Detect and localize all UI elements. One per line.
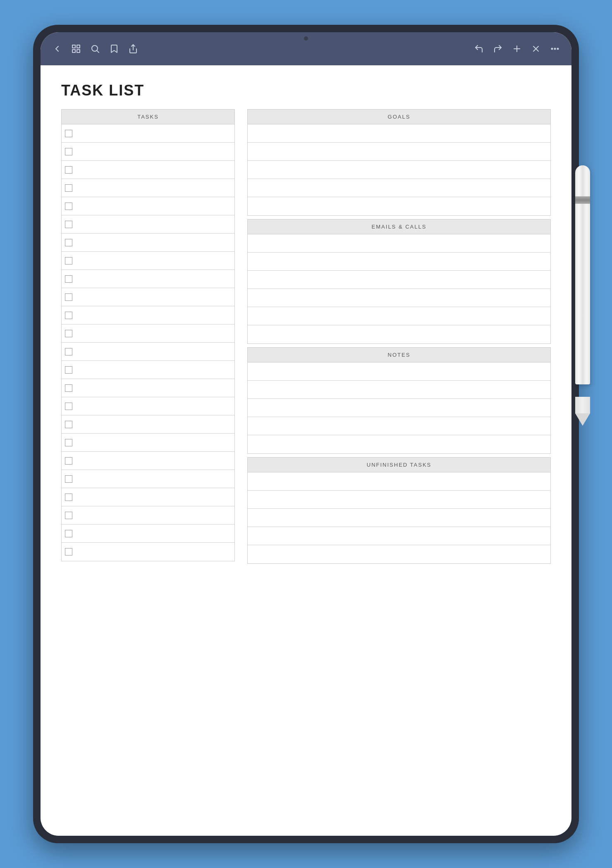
unfinished-tasks-header: UNFINISHED TASKS	[247, 457, 551, 472]
table-row	[62, 452, 234, 470]
list-item	[248, 234, 550, 253]
task-checkbox[interactable]	[65, 530, 72, 537]
table-row	[62, 234, 234, 252]
tasks-header: TASKS	[61, 109, 235, 124]
task-checkbox[interactable]	[65, 221, 72, 228]
table-row	[62, 161, 234, 179]
tasks-column: TASKS	[61, 109, 235, 823]
list-item	[248, 509, 550, 527]
list-item	[248, 399, 550, 417]
table-row	[62, 288, 234, 306]
list-item	[248, 362, 550, 381]
bookmark-icon[interactable]	[109, 44, 119, 54]
task-checkbox[interactable]	[65, 257, 72, 265]
right-column: GOALS EMAILS & CALLS	[247, 109, 551, 823]
grid-icon[interactable]	[71, 44, 81, 54]
content-area: TASK LIST TASKS	[41, 65, 571, 836]
ipad-frame: TASK LIST TASKS	[33, 25, 579, 843]
close-icon[interactable]	[531, 44, 541, 54]
table-row	[62, 252, 234, 270]
table-row	[62, 397, 234, 415]
task-checkbox[interactable]	[65, 293, 72, 301]
list-item	[248, 472, 550, 491]
list-item	[248, 271, 550, 289]
search-icon[interactable]	[90, 44, 100, 54]
task-checkbox[interactable]	[65, 475, 72, 483]
list-item	[248, 143, 550, 161]
share-icon[interactable]	[128, 44, 138, 54]
table-row	[62, 306, 234, 324]
apple-pencil	[572, 165, 593, 405]
task-checkbox[interactable]	[65, 421, 72, 428]
list-item	[248, 491, 550, 509]
list-item	[248, 381, 550, 399]
svg-rect-0	[72, 45, 75, 48]
table-row	[62, 434, 234, 452]
svg-point-13	[557, 48, 559, 50]
svg-rect-1	[77, 45, 80, 48]
list-item	[248, 307, 550, 325]
redo-icon[interactable]	[493, 44, 503, 54]
task-checkbox[interactable]	[65, 312, 72, 319]
table-row	[62, 179, 234, 197]
list-item	[248, 179, 550, 197]
svg-rect-3	[77, 50, 80, 52]
table-row	[62, 470, 234, 488]
table-row	[62, 415, 234, 434]
gap-3	[247, 454, 551, 457]
list-item	[248, 527, 550, 545]
task-checkbox[interactable]	[65, 548, 72, 556]
notes-rows	[247, 362, 551, 454]
table-row	[62, 143, 234, 161]
task-checkbox[interactable]	[65, 148, 72, 155]
task-checkbox[interactable]	[65, 439, 72, 446]
list-item	[248, 253, 550, 271]
task-rows	[61, 124, 235, 561]
table-row	[62, 525, 234, 543]
ipad-camera	[304, 36, 308, 41]
unfinished-rows	[247, 472, 551, 564]
task-checkbox[interactable]	[65, 130, 72, 137]
goals-header: GOALS	[247, 109, 551, 124]
table-row	[62, 361, 234, 379]
table-row	[62, 270, 234, 288]
list-item	[248, 417, 550, 435]
task-checkbox[interactable]	[65, 494, 72, 501]
plus-icon[interactable]	[512, 44, 522, 54]
task-checkbox[interactable]	[65, 239, 72, 246]
page-title: TASK LIST	[61, 82, 551, 99]
emails-header: EMAILS & CALLS	[247, 219, 551, 234]
table-row	[62, 506, 234, 525]
table-row	[62, 343, 234, 361]
svg-point-12	[555, 48, 556, 50]
task-checkbox[interactable]	[65, 512, 72, 519]
more-icon[interactable]	[550, 44, 560, 54]
list-item	[248, 289, 550, 307]
toolbar-left	[52, 44, 138, 54]
back-icon[interactable]	[52, 44, 62, 54]
task-checkbox[interactable]	[65, 403, 72, 410]
task-checkbox[interactable]	[65, 348, 72, 355]
goals-rows	[247, 124, 551, 216]
svg-line-5	[97, 51, 99, 52]
table-row	[62, 379, 234, 397]
task-checkbox[interactable]	[65, 203, 72, 210]
two-columns-layout: TASKS	[61, 109, 551, 823]
task-checkbox[interactable]	[65, 275, 72, 283]
table-row	[62, 197, 234, 215]
task-checkbox[interactable]	[65, 184, 72, 192]
task-checkbox[interactable]	[65, 330, 72, 337]
undo-icon[interactable]	[474, 44, 484, 54]
task-checkbox[interactable]	[65, 457, 72, 465]
ipad-screen: TASK LIST TASKS	[41, 32, 571, 836]
task-checkbox[interactable]	[65, 366, 72, 374]
list-item	[248, 161, 550, 179]
table-row	[62, 543, 234, 561]
table-row	[62, 488, 234, 506]
task-checkbox[interactable]	[65, 384, 72, 392]
task-checkbox[interactable]	[65, 166, 72, 174]
notes-section: NOTES	[247, 347, 551, 454]
table-row	[62, 215, 234, 234]
gap-2	[247, 344, 551, 347]
gap-1	[247, 216, 551, 219]
